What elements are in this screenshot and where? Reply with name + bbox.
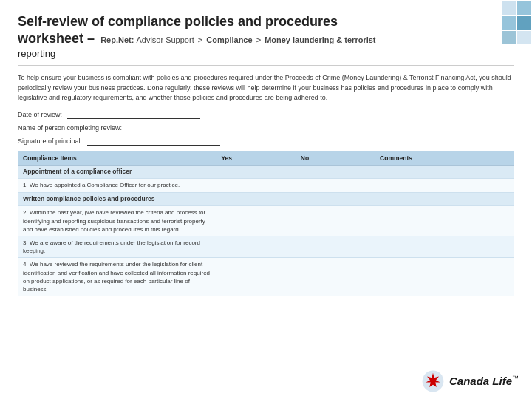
breadcrumb: Rep.Net: Advisor Support > Compliance > …	[98, 35, 375, 44]
table-row: 2. Within the past year, (we have review…	[18, 206, 514, 236]
section-header-yes	[216, 192, 296, 206]
section-header-comments	[375, 165, 514, 179]
compliance-table: Compliance Items Yes No Comments Appoint…	[18, 151, 514, 297]
logo-text: Canada Life™	[449, 375, 519, 388]
breadcrumb-repnet: Rep.Net	[100, 35, 132, 44]
breadcrumb-arrow1: >	[198, 35, 205, 44]
row-comments	[375, 236, 514, 258]
page-container: Self-review of compliance policies and p…	[0, 0, 532, 304]
row-yes	[216, 258, 296, 296]
header-items: Compliance Items	[18, 151, 216, 165]
row-item: 3. We are aware of the requirements unde…	[18, 236, 216, 258]
breadcrumb-arrow2: >	[256, 35, 263, 44]
section-header-item: Written compliance policies and procedur…	[18, 192, 216, 206]
row-no	[296, 206, 375, 236]
title-section: Self-review of compliance policies and p…	[18, 13, 514, 59]
section-header-no	[296, 192, 375, 206]
breadcrumb-sep1: :	[132, 35, 134, 44]
breadcrumb-advisor-support: Advisor Support	[136, 35, 194, 44]
header-comments: Comments	[375, 151, 514, 165]
row-no	[296, 179, 375, 192]
logo-tm: ™	[512, 375, 519, 382]
row-comments	[375, 258, 514, 296]
row-item: 1. We have appointed a Compliance Office…	[18, 179, 216, 192]
table-row: 1. We have appointed a Compliance Office…	[18, 179, 514, 192]
date-underline	[67, 111, 200, 119]
row-item: 4. We have reviewed the requirements und…	[18, 258, 216, 296]
name-label: Name of person completing review:	[18, 124, 122, 132]
title-line1: Self-review of compliance policies and p…	[18, 14, 338, 29]
row-yes	[216, 179, 296, 192]
page-title: Self-review of compliance policies and p…	[18, 13, 514, 47]
table-row: 3. We are aware of the requirements unde…	[18, 236, 514, 258]
section-header-item: Appointment of a compliance officer	[18, 165, 216, 179]
subtitle: reporting	[18, 48, 514, 59]
header-yes: Yes	[216, 151, 296, 165]
table-body: Appointment of a compliance officer 1. W…	[18, 165, 514, 296]
breadcrumb-compliance: Compliance	[206, 35, 252, 44]
header-no: No	[296, 151, 375, 165]
table-header-row: Compliance Items Yes No Comments	[18, 151, 514, 165]
logo-name: Canada Life	[449, 375, 512, 387]
name-underline	[127, 124, 260, 132]
row-no	[296, 236, 375, 258]
row-no	[296, 258, 375, 296]
row-comments	[375, 206, 514, 236]
canada-life-logo-icon	[421, 369, 445, 393]
table-row: Appointment of a compliance officer	[18, 165, 514, 179]
row-yes	[216, 206, 296, 236]
signature-underline	[87, 137, 220, 146]
name-field-row: Name of person completing review:	[18, 124, 514, 132]
signature-label: Signature of principal:	[18, 137, 82, 145]
intro-text: To help ensure your business is complian…	[18, 73, 514, 103]
section-header-no	[296, 165, 375, 179]
date-label: Date of review:	[18, 111, 62, 118]
date-field-row: Date of review:	[18, 111, 514, 119]
signature-field-row: Signature of principal:	[18, 137, 514, 146]
table-row: Written compliance policies and procedur…	[18, 192, 514, 206]
title-line2: worksheet –	[18, 31, 95, 46]
section-header-comments	[375, 192, 514, 206]
row-comments	[375, 179, 514, 192]
row-item: 2. Within the past year, (we have review…	[18, 206, 216, 236]
section-header-yes	[216, 165, 296, 179]
divider	[18, 65, 514, 66]
breadcrumb-money-laundering: Money laundering & terrorist	[265, 35, 375, 44]
logo-area: Canada Life™	[421, 369, 519, 393]
row-yes	[216, 236, 296, 258]
table-row: 4. We have reviewed the requirements und…	[18, 258, 514, 296]
